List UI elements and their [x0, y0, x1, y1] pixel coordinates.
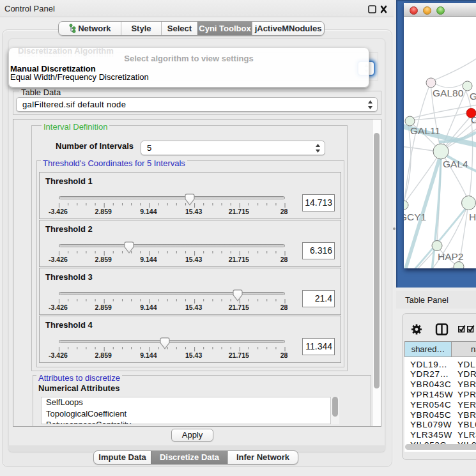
- svg-text:H: H: [469, 211, 476, 222]
- svg-text:GCY1: GCY1: [404, 211, 426, 222]
- svg-text:GAL80: GAL80: [433, 88, 464, 98]
- svg-text:GA: GA: [470, 91, 476, 102]
- svg-text:C: C: [471, 114, 476, 125]
- svg-text:GAL11: GAL11: [410, 125, 440, 136]
- svg-text:HAP2: HAP2: [438, 251, 464, 262]
- svg-text:GAL4: GAL4: [443, 158, 468, 169]
